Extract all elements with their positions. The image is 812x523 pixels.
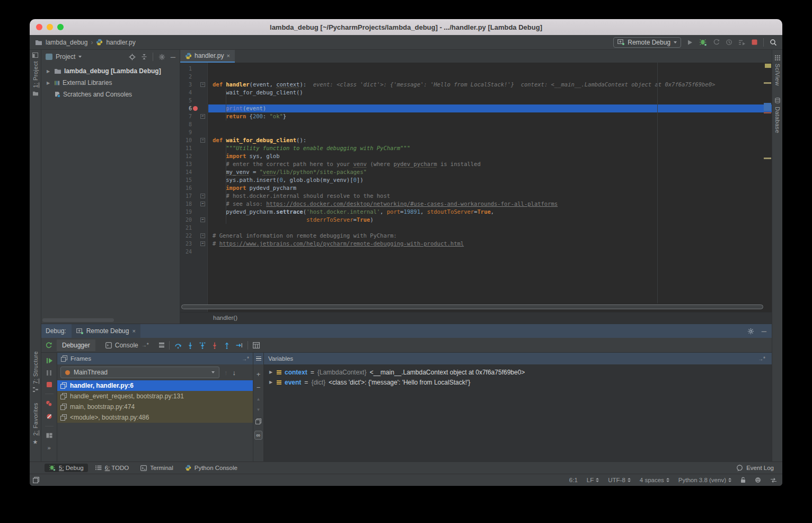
gutter-line[interactable]: 13 (180, 160, 207, 168)
gutter-line[interactable]: 24 (180, 248, 207, 256)
code-line[interactable]: """Utility function to enable debugging … (208, 144, 772, 152)
step-into-my-code-icon[interactable] (211, 342, 218, 349)
code-line[interactable] (208, 248, 772, 256)
chevron-down-icon[interactable] (78, 56, 82, 58)
code-line[interactable]: def wait_for_debug_client(): (208, 136, 772, 144)
sync-status-icon[interactable] (770, 477, 777, 483)
locate-file-icon[interactable] (129, 54, 136, 60)
code-line[interactable] (208, 128, 772, 136)
fold-marker-icon[interactable]: − (200, 82, 205, 87)
run-button[interactable] (687, 39, 693, 46)
code-line[interactable]: import sys, glob (208, 152, 772, 160)
gutter-line[interactable]: 3− (180, 81, 207, 89)
frame-row[interactable]: handle_event_request, bootstrap.py:131 (57, 391, 253, 402)
fold-marker-icon[interactable]: ⌐ (200, 217, 205, 222)
show-watches-toggle[interactable]: ∞ (254, 431, 263, 440)
tree-item-scratches[interactable]: Scratches and Consoles (41, 89, 180, 100)
close-icon[interactable]: × (226, 53, 230, 59)
code-line[interactable] (208, 97, 772, 104)
code-line[interactable]: pydevd_pycharm.settrace('host.docker.int… (208, 208, 772, 216)
scroll-to-end-icon[interactable]: →* (242, 356, 249, 362)
fold-marker-icon[interactable]: − (200, 194, 205, 198)
tree-item-external-libraries[interactable]: ▶ External Libraries (41, 77, 180, 89)
sidebar-item-sciview[interactable]: SciView (774, 64, 781, 86)
menu-icon[interactable] (256, 356, 261, 361)
debug-button[interactable] (699, 39, 707, 46)
code-line[interactable]: wait_for_debug_client() (208, 89, 772, 97)
code-editor[interactable]: 123−4567⌐8910−11121314151617−18⌐1920⌐212… (180, 63, 772, 312)
close-icon[interactable]: × (132, 328, 135, 334)
gutter-line[interactable]: 8 (180, 120, 207, 128)
caret-position[interactable]: 6:1 (569, 477, 578, 483)
lock-icon[interactable] (740, 477, 746, 483)
step-over-icon[interactable] (174, 342, 182, 349)
add-watch-icon[interactable]: + (257, 371, 261, 378)
highlighting-level-icon[interactable] (755, 477, 761, 483)
breadcrumb-file[interactable]: handler.py (106, 39, 135, 46)
debug-session-tab[interactable]: Remote Debug × (72, 324, 140, 338)
layout-options-icon[interactable] (159, 343, 164, 347)
gutter-line[interactable]: 11 (180, 144, 207, 152)
run-with-parameters-button[interactable] (738, 39, 746, 46)
code-line[interactable] (208, 73, 772, 81)
run-configuration-select[interactable]: Remote Debug (613, 37, 681, 48)
gutter-line[interactable]: 22− (180, 232, 207, 240)
tab-handler-py[interactable]: handler.py × (180, 50, 235, 63)
frame-row[interactable]: handler, handler.py:6 (57, 380, 253, 391)
breakpoint-icon[interactable] (193, 106, 198, 111)
gutter-line[interactable]: 4 (180, 89, 207, 97)
warning-stripe-marker[interactable] (764, 82, 771, 84)
gear-icon[interactable] (158, 54, 165, 60)
gutter-line[interactable]: 9 (180, 128, 207, 136)
gutter-line[interactable]: 5 (180, 97, 207, 104)
fold-marker-icon[interactable]: ⌐ (200, 202, 205, 206)
thread-select[interactable]: MainThread (60, 367, 219, 378)
step-into-icon[interactable] (187, 342, 194, 349)
hide-panel-icon[interactable]: ─ (171, 54, 175, 60)
tool-window-switcher-icon[interactable] (33, 477, 39, 483)
minimize-window-button[interactable] (47, 24, 53, 30)
restore-layout-icon[interactable] (46, 433, 52, 438)
code-line[interactable]: # see also: https://docs.docker.com/desk… (208, 200, 772, 208)
code-area[interactable]: def handler(event, context): event: <cla… (208, 63, 772, 312)
encoding-select[interactable]: UTF-8 (608, 477, 631, 483)
inspection-status-marker[interactable] (765, 64, 771, 68)
zoom-window-button[interactable] (57, 24, 64, 30)
code-line[interactable]: stderrToServer=True) (208, 216, 772, 224)
variable-row[interactable]: ▶ event = {dict} <class 'dict'>: {'messa… (264, 377, 772, 387)
sidebar-item-structure[interactable]: 7: Structure (32, 351, 39, 384)
code-line[interactable]: # host.docker.internal should resolve to… (208, 192, 772, 200)
gutter-line[interactable]: 14 (180, 168, 207, 176)
toolbar-item-terminal[interactable]: Terminal (136, 464, 177, 472)
collapse-all-icon[interactable] (141, 54, 147, 60)
move-down-icon[interactable]: ▼ (257, 408, 261, 412)
breadcrumb-project[interactable]: lambda_debug (46, 39, 87, 46)
project-hscrollbar[interactable] (42, 318, 114, 322)
warning-stripe-marker[interactable] (764, 158, 771, 159)
attach-to-process-button[interactable] (713, 39, 720, 46)
resume-program-icon[interactable] (46, 358, 52, 364)
toolbar-item-python-console[interactable]: Python Console (181, 464, 242, 472)
fold-marker-icon[interactable]: − (200, 138, 205, 143)
gutter-line[interactable]: 12 (180, 152, 207, 160)
sidebar-item-favorites[interactable]: 2: Favorites (32, 403, 39, 435)
previous-frame-icon[interactable]: ↑ (224, 369, 228, 377)
code-line[interactable]: # General information on remote debuggin… (208, 232, 772, 240)
pause-program-icon[interactable] (47, 370, 51, 376)
gutter-line[interactable]: 17− (180, 192, 207, 200)
gutter-line[interactable]: 19 (180, 208, 207, 216)
line-ending-select[interactable]: LF (587, 477, 599, 483)
expand-arrow-icon[interactable]: ▶ (268, 370, 273, 374)
editor-gutter[interactable]: 123−4567⌐8910−11121314151617−18⌐1920⌐212… (180, 63, 208, 312)
code-line[interactable] (208, 65, 772, 73)
mute-breakpoints-icon[interactable] (46, 413, 52, 420)
sidebar-item-database[interactable]: Database (774, 107, 781, 133)
code-line[interactable]: my_venv = "venv/lib/python*/site-package… (208, 168, 772, 176)
gutter-line[interactable]: 23⌐ (180, 240, 207, 248)
close-window-button[interactable] (36, 24, 42, 30)
gear-icon[interactable] (747, 328, 754, 335)
code-line[interactable]: return {200: "ok"} (208, 112, 772, 120)
frame-row[interactable]: <module>, bootstrap.py:486 (57, 412, 253, 423)
force-step-into-icon[interactable] (199, 342, 206, 349)
fold-marker-icon[interactable]: ⌐ (200, 241, 205, 246)
